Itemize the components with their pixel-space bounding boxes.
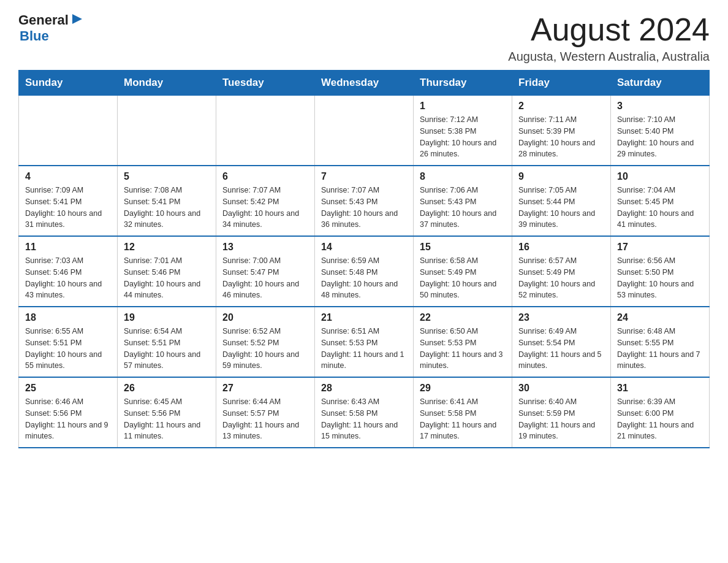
day-info: Sunrise: 6:46 AM Sunset: 5:56 PM Dayligh… xyxy=(25,396,111,442)
day-info: Sunrise: 7:00 AM Sunset: 5:47 PM Dayligh… xyxy=(222,255,308,301)
calendar-cell: 29Sunrise: 6:41 AM Sunset: 5:58 PM Dayli… xyxy=(414,377,512,448)
day-number: 11 xyxy=(25,242,111,253)
day-info: Sunrise: 7:05 AM Sunset: 5:44 PM Dayligh… xyxy=(518,185,604,231)
page-header: General Blue August 2024 Augusta, Wester… xyxy=(18,12,710,64)
day-info: Sunrise: 6:52 AM Sunset: 5:52 PM Dayligh… xyxy=(222,326,308,372)
day-number: 30 xyxy=(518,383,604,394)
logo: General Blue xyxy=(18,12,83,44)
day-info: Sunrise: 6:39 AM Sunset: 6:00 PM Dayligh… xyxy=(617,396,703,442)
calendar-week-row: 4Sunrise: 7:09 AM Sunset: 5:41 PM Daylig… xyxy=(19,166,710,236)
day-number: 20 xyxy=(222,312,308,323)
calendar-dow-thursday: Thursday xyxy=(414,71,512,96)
day-info: Sunrise: 7:09 AM Sunset: 5:41 PM Dayligh… xyxy=(25,185,111,231)
calendar-cell: 22Sunrise: 6:50 AM Sunset: 5:53 PM Dayli… xyxy=(414,307,512,377)
calendar-cell: 10Sunrise: 7:04 AM Sunset: 5:45 PM Dayli… xyxy=(611,166,710,236)
day-info: Sunrise: 6:57 AM Sunset: 5:49 PM Dayligh… xyxy=(518,255,604,301)
day-info: Sunrise: 6:56 AM Sunset: 5:50 PM Dayligh… xyxy=(617,255,703,301)
calendar-cell: 27Sunrise: 6:44 AM Sunset: 5:57 PM Dayli… xyxy=(216,377,315,448)
day-number: 1 xyxy=(420,101,506,112)
calendar-cell: 6Sunrise: 7:07 AM Sunset: 5:42 PM Daylig… xyxy=(216,166,315,236)
calendar-dow-friday: Friday xyxy=(512,71,611,96)
day-info: Sunrise: 7:06 AM Sunset: 5:43 PM Dayligh… xyxy=(420,185,506,231)
day-info: Sunrise: 6:44 AM Sunset: 5:57 PM Dayligh… xyxy=(222,396,308,442)
calendar-cell: 25Sunrise: 6:46 AM Sunset: 5:56 PM Dayli… xyxy=(19,377,118,448)
day-number: 28 xyxy=(321,383,407,394)
day-number: 15 xyxy=(420,242,506,253)
calendar-cell xyxy=(19,96,118,166)
calendar-cell: 31Sunrise: 6:39 AM Sunset: 6:00 PM Dayli… xyxy=(611,377,710,448)
page-title: August 2024 xyxy=(508,12,710,47)
day-info: Sunrise: 6:49 AM Sunset: 5:54 PM Dayligh… xyxy=(518,326,604,372)
calendar-cell: 5Sunrise: 7:08 AM Sunset: 5:41 PM Daylig… xyxy=(118,166,216,236)
day-number: 29 xyxy=(420,383,506,394)
calendar-cell: 14Sunrise: 6:59 AM Sunset: 5:48 PM Dayli… xyxy=(315,236,414,307)
day-number: 7 xyxy=(321,171,407,182)
calendar-cell xyxy=(315,96,414,166)
day-number: 10 xyxy=(617,171,703,182)
calendar-cell: 28Sunrise: 6:43 AM Sunset: 5:58 PM Dayli… xyxy=(315,377,414,448)
day-number: 24 xyxy=(617,312,703,323)
calendar-cell xyxy=(118,96,216,166)
day-info: Sunrise: 6:51 AM Sunset: 5:53 PM Dayligh… xyxy=(321,326,407,372)
day-number: 13 xyxy=(222,242,308,253)
day-number: 4 xyxy=(25,171,111,182)
calendar-cell: 17Sunrise: 6:56 AM Sunset: 5:50 PM Dayli… xyxy=(611,236,710,307)
day-info: Sunrise: 6:50 AM Sunset: 5:53 PM Dayligh… xyxy=(420,326,506,372)
calendar-dow-monday: Monday xyxy=(118,71,216,96)
calendar-week-row: 11Sunrise: 7:03 AM Sunset: 5:46 PM Dayli… xyxy=(19,236,710,307)
day-info: Sunrise: 6:45 AM Sunset: 5:56 PM Dayligh… xyxy=(124,396,210,442)
calendar-cell: 8Sunrise: 7:06 AM Sunset: 5:43 PM Daylig… xyxy=(414,166,512,236)
calendar-cell: 23Sunrise: 6:49 AM Sunset: 5:54 PM Dayli… xyxy=(512,307,611,377)
day-number: 17 xyxy=(617,242,703,253)
calendar-cell: 13Sunrise: 7:00 AM Sunset: 5:47 PM Dayli… xyxy=(216,236,315,307)
calendar-cell: 7Sunrise: 7:07 AM Sunset: 5:43 PM Daylig… xyxy=(315,166,414,236)
day-info: Sunrise: 7:10 AM Sunset: 5:40 PM Dayligh… xyxy=(617,114,703,160)
day-number: 31 xyxy=(617,383,703,394)
day-info: Sunrise: 7:04 AM Sunset: 5:45 PM Dayligh… xyxy=(617,185,703,231)
day-number: 6 xyxy=(222,171,308,182)
calendar-week-row: 1Sunrise: 7:12 AM Sunset: 5:38 PM Daylig… xyxy=(19,96,710,166)
calendar-dow-sunday: Sunday xyxy=(19,71,118,96)
day-info: Sunrise: 6:55 AM Sunset: 5:51 PM Dayligh… xyxy=(25,326,111,372)
day-info: Sunrise: 6:41 AM Sunset: 5:58 PM Dayligh… xyxy=(420,396,506,442)
calendar-cell: 26Sunrise: 6:45 AM Sunset: 5:56 PM Dayli… xyxy=(118,377,216,448)
day-info: Sunrise: 6:59 AM Sunset: 5:48 PM Dayligh… xyxy=(321,255,407,301)
day-number: 22 xyxy=(420,312,506,323)
calendar-cell: 18Sunrise: 6:55 AM Sunset: 5:51 PM Dayli… xyxy=(19,307,118,377)
calendar-week-row: 18Sunrise: 6:55 AM Sunset: 5:51 PM Dayli… xyxy=(19,307,710,377)
calendar-week-row: 25Sunrise: 6:46 AM Sunset: 5:56 PM Dayli… xyxy=(19,377,710,448)
day-number: 3 xyxy=(617,101,703,112)
day-info: Sunrise: 6:43 AM Sunset: 5:58 PM Dayligh… xyxy=(321,396,407,442)
title-block: August 2024 Augusta, Western Australia, … xyxy=(508,12,710,64)
svg-marker-0 xyxy=(72,14,82,24)
day-number: 25 xyxy=(25,383,111,394)
day-info: Sunrise: 7:07 AM Sunset: 5:43 PM Dayligh… xyxy=(321,185,407,231)
calendar-cell: 30Sunrise: 6:40 AM Sunset: 5:59 PM Dayli… xyxy=(512,377,611,448)
day-number: 19 xyxy=(124,312,210,323)
day-number: 18 xyxy=(25,312,111,323)
calendar-cell xyxy=(216,96,315,166)
calendar-cell: 11Sunrise: 7:03 AM Sunset: 5:46 PM Dayli… xyxy=(19,236,118,307)
calendar-dow-saturday: Saturday xyxy=(611,71,710,96)
calendar-cell: 9Sunrise: 7:05 AM Sunset: 5:44 PM Daylig… xyxy=(512,166,611,236)
day-info: Sunrise: 7:07 AM Sunset: 5:42 PM Dayligh… xyxy=(222,185,308,231)
day-number: 21 xyxy=(321,312,407,323)
day-number: 12 xyxy=(124,242,210,253)
day-number: 27 xyxy=(222,383,308,394)
day-info: Sunrise: 6:48 AM Sunset: 5:55 PM Dayligh… xyxy=(617,326,703,372)
calendar-cell: 12Sunrise: 7:01 AM Sunset: 5:46 PM Dayli… xyxy=(118,236,216,307)
calendar-cell: 4Sunrise: 7:09 AM Sunset: 5:41 PM Daylig… xyxy=(19,166,118,236)
day-info: Sunrise: 7:12 AM Sunset: 5:38 PM Dayligh… xyxy=(420,114,506,160)
calendar-cell: 24Sunrise: 6:48 AM Sunset: 5:55 PM Dayli… xyxy=(611,307,710,377)
day-number: 16 xyxy=(518,242,604,253)
day-number: 14 xyxy=(321,242,407,253)
calendar-dow-wednesday: Wednesday xyxy=(315,71,414,96)
day-number: 23 xyxy=(518,312,604,323)
day-info: Sunrise: 7:08 AM Sunset: 5:41 PM Dayligh… xyxy=(124,185,210,231)
calendar-cell: 2Sunrise: 7:11 AM Sunset: 5:39 PM Daylig… xyxy=(512,96,611,166)
day-info: Sunrise: 7:11 AM Sunset: 5:39 PM Dayligh… xyxy=(518,114,604,160)
logo-blue-text: Blue xyxy=(20,28,49,44)
day-number: 8 xyxy=(420,171,506,182)
day-info: Sunrise: 6:40 AM Sunset: 5:59 PM Dayligh… xyxy=(518,396,604,442)
calendar-table: SundayMondayTuesdayWednesdayThursdayFrid… xyxy=(18,70,710,448)
